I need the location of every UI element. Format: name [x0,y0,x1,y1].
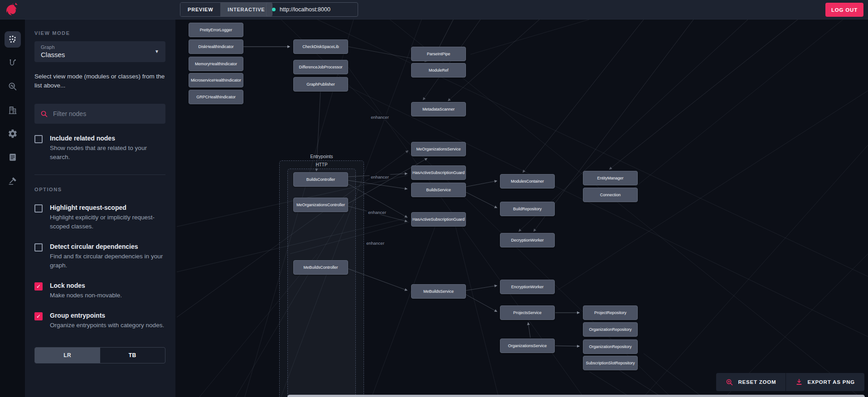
target-url: http://localhost:8000 [280,6,330,13]
icon-rail [0,19,25,397]
graph-node[interactable]: MeOrganizationsService [411,142,466,156]
layout-direction-toggle: LRTB [34,347,165,363]
filter-nodes-box [34,104,165,124]
graph-node[interactable]: DecryptionWorker [500,233,555,247]
graph-node[interactable]: GRPCHealthIndicator [189,90,243,104]
graph-node[interactable]: OrganizationRepository [583,322,638,337]
graph-node[interactable]: MetadataScanner [411,102,466,116]
route-icon[interactable] [5,55,21,71]
view-mode-hint: Select view mode (modules or classes) fr… [34,72,165,90]
graph-node[interactable]: HasActiveSubscriptionGuard [411,165,466,180]
option-include-related-nodes-title: Include related nodes [50,135,165,142]
target-url-box[interactable]: http://localhost:8000 [266,2,358,17]
graph-node[interactable]: MicroserviceHealthIndicator [189,73,243,87]
graph-node[interactable]: MeBuildsService [411,284,466,299]
edge-label: enhancer [369,115,390,120]
graph-node[interactable]: DifferenceJobProcessor [293,60,348,74]
graph-node[interactable]: MeOrganizationsController [293,198,348,212]
graph-node[interactable]: PrettyErrorLogger [189,23,243,37]
graph-node[interactable]: BuildsController [293,172,348,187]
option-include-related-nodes: Include related nodesShow nodes that are… [34,135,165,162]
connection-status-dot [272,8,276,11]
graph-node[interactable]: ProjectsService [500,305,555,320]
filter-nodes-input[interactable] [53,110,160,117]
direction-tb-button[interactable]: TB [100,348,165,363]
tab-preview[interactable]: PREVIEW [180,3,220,16]
sidebar-divider [34,174,165,175]
graph-node[interactable]: MemoryHealthIndicator [189,57,243,71]
bottom-panel-edge[interactable] [287,395,865,397]
download-icon [795,378,803,386]
option-highlight-request-scoped-checkbox[interactable] [34,204,43,213]
option-group-entrypoints-description: Organize entrypoints with category nodes… [50,321,164,330]
document-icon[interactable] [5,149,21,165]
option-group-entrypoints-checkbox[interactable]: ✓ [34,312,43,320]
option-detect-circular-dependencies-title: Detect circular dependencies [50,243,165,251]
organization-icon[interactable] [5,102,21,118]
tab-interactive[interactable]: INTERACTIVE [220,3,272,16]
option-include-related-nodes-description: Show nodes that are related to your sear… [50,144,165,162]
option-detect-circular-dependencies-checkbox[interactable] [34,243,43,252]
export-png-button[interactable]: EXPORT AS PNG [786,373,864,391]
graph-node[interactable]: EntityManager [583,171,638,185]
graph-node[interactable]: BuildRepository [500,202,555,216]
graph-node[interactable]: OrganizationRepository [583,339,638,354]
chevron-down-icon: ▼ [155,49,159,54]
topbar: PREVIEWINTERACTIVE http://localhost:8000… [0,0,868,19]
dropdown-label: Graph [41,44,159,50]
gavel-icon[interactable] [5,173,21,189]
graph-node[interactable]: ModuleRef [411,63,466,77]
option-group-entrypoints-title: Group entrypoints [50,312,164,320]
zoom-reset-icon [726,378,733,386]
option-detect-circular-dependencies: Detect circular dependenciesFind and fix… [34,243,165,270]
graph-node[interactable]: EncryptionWorker [500,280,555,294]
reset-zoom-label: RESET ZOOM [738,379,776,385]
dropdown-value: Classes [41,51,159,58]
option-lock-nodes-checkbox[interactable]: ✓ [34,282,43,290]
view-mode-header: VIEW MODE [34,30,165,36]
option-lock-nodes-description: Make nodes non-movable. [50,291,122,300]
graph-node[interactable]: OrganizationsService [500,339,555,353]
graph-node[interactable]: HasActiveSubscriptionGuard [411,212,466,227]
graph-node[interactable]: ParseIntPipe [411,47,466,61]
graph-node[interactable]: CheckDiskSpaceLib [293,39,348,54]
group-label-entrypoints: Entrypoints [279,154,364,160]
option-detect-circular-dependencies-description: Find and fix circular dependencies in yo… [50,252,165,270]
preview-interactive-tabs: PREVIEWINTERACTIVE [180,2,272,17]
reset-zoom-button[interactable]: RESET ZOOM [716,373,786,391]
option-group-entrypoints: ✓Group entrypointsOrganize entrypoints w… [34,312,165,330]
group-label-http: HTTP [287,162,356,169]
option-lock-nodes-title: Lock nodes [50,282,122,290]
graph-node[interactable]: Connection [583,188,638,202]
option-highlight-request-scoped: Highlight request-scopedHighlight explic… [34,204,165,231]
option-lock-nodes: ✓Lock nodesMake nodes non-movable. [34,282,165,300]
graph-canvas[interactable]: EntrypointsHTTPPrettyErrorLoggerDiskHeal… [175,19,868,397]
export-png-label: EXPORT AS PNG [807,379,855,385]
gear-icon[interactable] [5,126,21,142]
edge-label: enhancer [365,241,386,246]
options-header: OPTIONS [34,187,165,192]
graph-node[interactable]: ProjectRepository [583,305,638,320]
inspect-icon[interactable] [5,78,21,95]
graph-node[interactable]: ModulesContainer [500,174,555,189]
option-highlight-request-scoped-description: Highlight explicitly or implicitly reque… [50,213,165,231]
nestjs-logo [5,2,21,18]
option-highlight-request-scoped-title: Highlight request-scoped [50,204,165,212]
graph-node[interactable]: MeBuildsController [293,260,348,275]
direction-lr-button[interactable]: LR [35,348,100,363]
search-icon [40,110,48,118]
edge-label: enhancer [369,174,390,179]
graph-mode-dropdown[interactable]: Graph Classes ▼ [34,41,165,62]
graph-node[interactable]: GraphPublisher [293,77,348,92]
graph-node[interactable]: SubscriptionSlotRepository [583,356,638,370]
edge-label: enhancer [367,210,388,215]
graph-nodes-icon[interactable] [5,31,21,48]
graph-node[interactable]: DiskHealthIndicator [189,39,243,54]
graph-node[interactable]: BuildsService [411,183,466,197]
canvas-controls: RESET ZOOM EXPORT AS PNG [716,373,864,391]
option-include-related-nodes-checkbox[interactable] [34,135,43,143]
sidebar-panel: VIEW MODE Graph Classes ▼ Select view mo… [25,19,175,397]
logout-button[interactable]: LOG OUT [825,3,863,17]
